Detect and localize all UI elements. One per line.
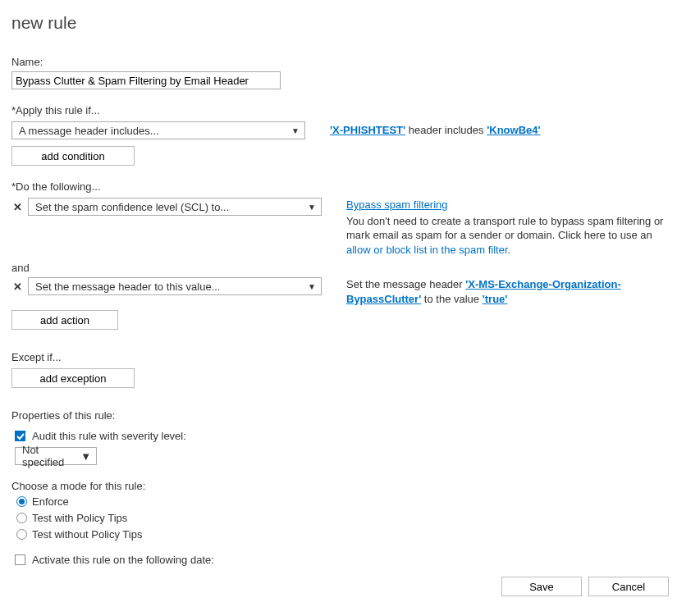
condition-mid-text: header includes: [405, 124, 487, 136]
cancel-button[interactable]: Cancel: [588, 577, 669, 596]
action-2-dropdown[interactable]: Set the message header to this value... …: [28, 277, 322, 295]
except-if-label: Except if...: [11, 351, 666, 363]
bypass-spam-link[interactable]: Bypass spam filtering: [346, 198, 448, 211]
properties-label: Properties of this rule:: [11, 409, 666, 422]
severity-dropdown[interactable]: Not specified ▼: [15, 447, 97, 465]
caret-down-icon: ▼: [291, 126, 300, 135]
caret-down-icon: ▼: [308, 282, 316, 291]
condition-value-link[interactable]: 'KnowBe4': [487, 124, 540, 136]
remove-action-2-icon[interactable]: ✕: [11, 281, 23, 292]
mode-test-notips-radio[interactable]: [16, 529, 27, 540]
action-2-dropdown-text: Set the message header to this value...: [35, 281, 220, 293]
bypass-desc-text: You don't need to create a transport rul…: [346, 215, 663, 242]
rule-name-input[interactable]: [11, 71, 281, 89]
action-1-dropdown[interactable]: Set the spam confidence level (SCL) to..…: [28, 198, 322, 216]
add-exception-button[interactable]: add exception: [11, 368, 135, 388]
action-1-dropdown-text: Set the spam confidence level (SCL) to..…: [35, 201, 229, 213]
save-button[interactable]: Save: [501, 577, 582, 596]
condition-dropdown-text: A message header includes...: [19, 125, 159, 137]
condition-header-link[interactable]: 'X-PHISHTEST': [330, 124, 405, 136]
mode-test-tips-radio[interactable]: [16, 513, 27, 523]
name-label: Name:: [11, 56, 666, 68]
add-condition-button[interactable]: add condition: [11, 146, 135, 166]
action2-mid-text: to the value: [421, 293, 482, 305]
severity-value: Not specified: [22, 444, 80, 468]
mode-enforce-radio[interactable]: [16, 496, 27, 507]
action2-value-link[interactable]: 'true': [483, 293, 508, 305]
caret-down-icon: ▼: [80, 450, 91, 463]
activate-date-checkbox[interactable]: [15, 554, 25, 565]
add-action-button[interactable]: add action: [11, 310, 118, 330]
mode-test-notips-label: Test without Policy Tips: [32, 528, 142, 541]
action2-pre-text: Set the message header: [346, 278, 465, 290]
and-label: and: [11, 262, 666, 274]
audit-label: Audit this rule with severity level:: [32, 430, 186, 442]
mode-label: Choose a mode for this rule:: [11, 480, 666, 492]
allow-block-list-link[interactable]: allow or block list in the spam filter: [346, 244, 508, 256]
audit-checkbox[interactable]: [15, 431, 25, 441]
remove-action-1-icon[interactable]: ✕: [11, 202, 23, 212]
mode-test-tips-label: Test with Policy Tips: [32, 512, 127, 524]
apply-rule-label: *Apply this rule if...: [11, 104, 666, 116]
period: .: [508, 244, 511, 256]
condition-dropdown[interactable]: A message header includes... ▼: [11, 121, 305, 139]
caret-down-icon: ▼: [308, 203, 316, 212]
do-following-label: *Do the following...: [11, 180, 666, 193]
page-title: new rule: [11, 13, 666, 33]
mode-enforce-label: Enforce: [32, 495, 69, 508]
activate-date-label: Activate this rule on the following date…: [32, 554, 214, 566]
